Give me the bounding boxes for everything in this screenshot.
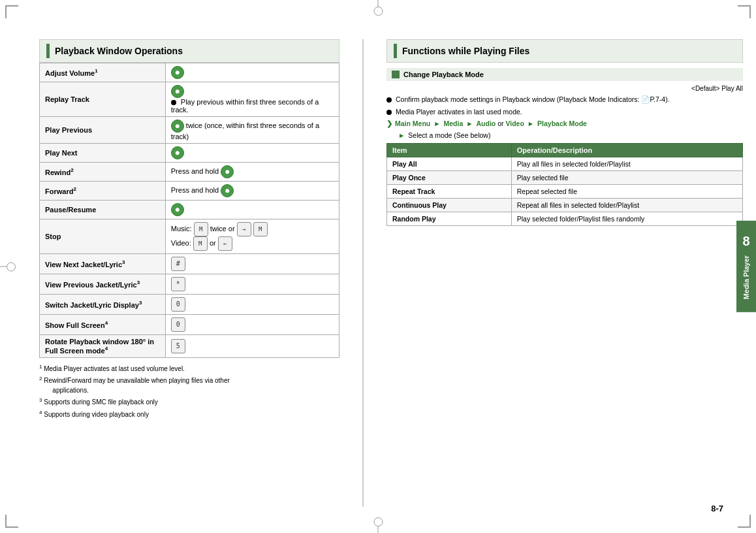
footnote-4: 4 Supports during video playback only: [39, 409, 339, 419]
table-row: Stop Music: M twice or → M Video: M or ←: [40, 219, 339, 254]
table-row: View Next Jacket/Lyric3 #: [40, 254, 339, 274]
bullet-text-1: Confirm playback mode settings in Playba…: [396, 95, 670, 105]
op-desc: Press and hold ●: [165, 163, 339, 182]
replay-icon: ●: [171, 85, 184, 98]
bullet-item-1: Confirm playback mode settings in Playba…: [386, 95, 743, 105]
stop-music-icon1: M: [194, 222, 208, 236]
op-label: View Next Jacket/Lyric3: [40, 254, 166, 274]
nav-item: ❯ Main Menu ► Media ► Audio or Video ► P…: [386, 119, 743, 129]
change-mode-subheader: Change Playback Mode: [386, 68, 743, 81]
tab-number: 8: [742, 234, 749, 249]
bullet-item-2: Media Player activates in last used mode…: [386, 107, 743, 117]
op-desc: ●: [165, 144, 339, 163]
op-label: Rewind2: [40, 163, 166, 182]
nav-arrow: ❯: [386, 119, 392, 129]
nav-select: ► Select a mode (See below): [386, 131, 743, 139]
op-desc: Press and hold ●: [165, 182, 339, 201]
op-desc: ● Play previous within first three secon…: [165, 82, 339, 117]
table-row: Adjust Volume1 ●: [40, 63, 339, 82]
th-desc: Operation/Description: [511, 144, 742, 157]
table-row: Play Next ●: [40, 144, 339, 163]
op-desc: *: [165, 274, 339, 295]
rewind-icon: ●: [221, 165, 234, 178]
op-label: View Previous Jacket/Lyric3: [40, 274, 166, 295]
vol-icon: ●: [171, 66, 184, 79]
default-label: <Default> Play All: [386, 85, 743, 92]
table-row: Replay Track ● Play previous within firs…: [40, 82, 339, 117]
func-item: Continuous Play: [387, 199, 512, 212]
op-desc: ●: [165, 63, 339, 82]
table-row: Forward2 Press and hold ●: [40, 182, 339, 201]
footnote-1: 1 Media Player activates at last used vo…: [39, 363, 339, 374]
change-mode-title: Change Playback Mode: [403, 71, 484, 78]
op-desc: 0: [165, 295, 339, 315]
top-center-mark: [378, 0, 379, 13]
stop-music-icon2: M: [253, 222, 268, 236]
left-section-title: Playback Window Operations: [55, 46, 183, 56]
table-header-row: Item Operation/Description: [387, 144, 743, 157]
func-desc: Play all files in selected folder/Playli…: [511, 157, 742, 171]
right-sidebar-tab: 8 Media Player: [736, 221, 756, 312]
op-label: Switch Jacket/Lyric Display3: [40, 295, 166, 315]
op-desc: ● twice (once, within first three second…: [165, 117, 339, 144]
functions-table: Item Operation/Description Play All Play…: [386, 143, 743, 226]
main-content: Playback Window Operations Adjust Volume…: [0, 0, 756, 533]
left-middle-mark: [0, 266, 13, 267]
func-desc: Play selected file: [511, 171, 742, 185]
op-label: Play Previous: [40, 117, 166, 144]
nav-arrow-3: ►: [528, 119, 534, 129]
nav-text: Main Menu ► Media ► Audio or Video ► Pla…: [395, 119, 587, 129]
right-section-title: Functions while Playing Files: [402, 46, 529, 56]
bullet-text-2: Media Player activates in last used mode…: [396, 107, 522, 117]
table-row: Rotate Playback window 180° in Full Scre…: [40, 335, 339, 358]
forward-icon: ●: [221, 184, 234, 197]
page-container: Playback Window Operations Adjust Volume…: [0, 0, 756, 533]
circle0-icon: 0: [171, 297, 185, 312]
func-item: Repeat Track: [387, 185, 512, 199]
op-label: Play Next: [40, 144, 166, 163]
footnote-2: 2 Rewind/Forward may be unavailable when…: [39, 375, 339, 395]
op-label: Stop: [40, 219, 166, 254]
op-label: Show Full Screen4: [40, 315, 166, 335]
op-label: Forward2: [40, 182, 166, 201]
table-row: Play Once Play selected file: [387, 171, 743, 185]
footnotes: 1 Media Player activates at last used vo…: [39, 363, 339, 419]
page-number: 8-7: [711, 504, 723, 513]
corner-tl: [5, 5, 18, 18]
th-item: Item: [387, 144, 512, 157]
op-label: Replay Track: [40, 82, 166, 117]
divider: [362, 39, 364, 507]
footnote-3: 3 Supports during SMC file playback only: [39, 396, 339, 407]
table-row: Switch Jacket/Lyric Display3 0: [40, 295, 339, 315]
nav-arrow-4: ►: [398, 131, 405, 139]
bullet-dot-1: [386, 97, 392, 103]
op-desc: 5: [165, 335, 339, 358]
table-row: Pause/Resume ●: [40, 201, 339, 219]
right-header-bar: [394, 44, 397, 58]
stop-video-back: ←: [218, 236, 232, 251]
table-row: Random Play Play selected folder/Playlis…: [387, 212, 743, 226]
op-desc: ●: [165, 201, 339, 219]
corner-br: [738, 515, 751, 528]
op-desc: #: [165, 254, 339, 274]
star-icon: *: [171, 277, 185, 291]
nav-arrow-2: ►: [466, 119, 473, 129]
table-row: Repeat Track Repeat selected file: [387, 185, 743, 199]
func-item: Random Play: [387, 212, 512, 226]
func-item: Play All: [387, 157, 512, 171]
nav-arrow-1: ►: [433, 119, 440, 129]
tab-label: Media Player: [742, 255, 750, 299]
right-section-header: Functions while Playing Files: [386, 39, 743, 63]
op-label: Rotate Playback window 180° in Full Scre…: [40, 335, 166, 358]
table-row: View Previous Jacket/Lyric3 *: [40, 274, 339, 295]
table-row: Play All Play all files in selected fold…: [387, 157, 743, 171]
nav-audio: Audio: [477, 120, 496, 127]
corner-tr: [738, 5, 751, 18]
func-desc: Play selected folder/Playlist files rand…: [511, 212, 742, 226]
corner-bl: [5, 515, 18, 528]
op-label: Adjust Volume1: [40, 63, 166, 82]
table-row: Show Full Screen4 0: [40, 315, 339, 335]
table-row: Play Previous ● twice (once, within firs…: [40, 117, 339, 144]
stop-arrow: →: [237, 222, 251, 236]
bottom-center-mark: [378, 520, 379, 533]
